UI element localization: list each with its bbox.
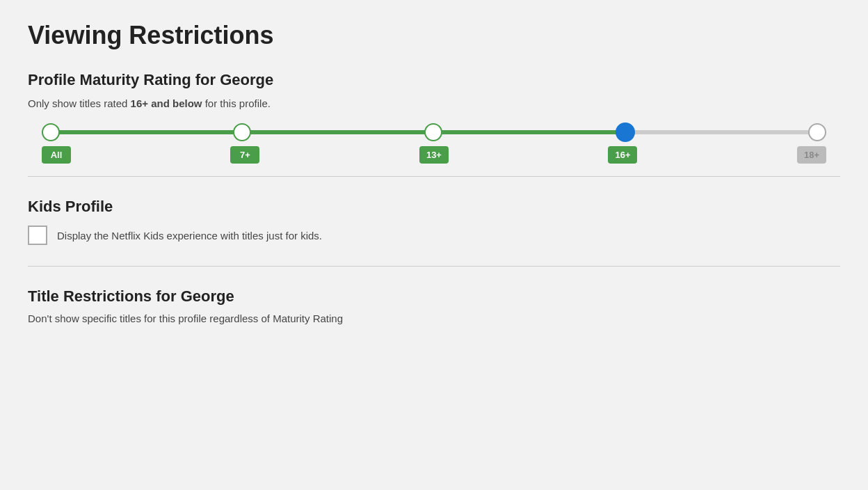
kids-checkbox-label: Display the Netflix Kids experience with… <box>57 230 322 242</box>
maturity-section: Profile Maturity Rating for George Only … <box>28 71 840 134</box>
slider-knob-18plus[interactable] <box>808 123 826 141</box>
kids-checkbox-row: Display the Netflix Kids experience with… <box>28 226 840 245</box>
divider-1 <box>28 176 840 177</box>
slider-knob-7plus[interactable] <box>233 123 251 141</box>
slider-knobs <box>42 122 826 142</box>
divider-2 <box>28 266 840 267</box>
slider-knob-all[interactable] <box>42 123 60 141</box>
kids-section-title: Kids Profile <box>28 198 840 216</box>
page-title: Viewing Restrictions <box>28 21 840 50</box>
maturity-section-title: Profile Maturity Rating for George <box>28 71 840 89</box>
title-restrictions-section: Title Restrictions for George Don't show… <box>28 287 840 324</box>
kids-checkbox[interactable] <box>28 226 47 245</box>
label-7plus: 7+ <box>230 146 259 164</box>
desc-rating: 16+ and below <box>131 97 202 109</box>
label-18plus: 18+ <box>797 146 826 164</box>
label-16plus: 16+ <box>608 146 637 164</box>
maturity-description: Only show titles rated 16+ and below for… <box>28 97 840 109</box>
desc-prefix: Only show titles rated <box>28 97 131 109</box>
slider-knob-13plus[interactable] <box>424 123 442 141</box>
title-restrictions-description: Don't show specific titles for this prof… <box>28 313 840 324</box>
desc-suffix: for this profile. <box>202 97 271 109</box>
title-restrictions-title: Title Restrictions for George <box>28 287 840 306</box>
slider-knob-16plus[interactable] <box>616 122 635 142</box>
slider-labels: All 7+ 13+ 16+ 18+ <box>42 146 826 164</box>
label-13plus: 13+ <box>419 146 449 164</box>
kids-section: Kids Profile Display the Netflix Kids ex… <box>28 198 840 245</box>
maturity-slider[interactable]: All 7+ 13+ 16+ 18+ <box>42 130 826 134</box>
label-all: All <box>42 146 71 164</box>
